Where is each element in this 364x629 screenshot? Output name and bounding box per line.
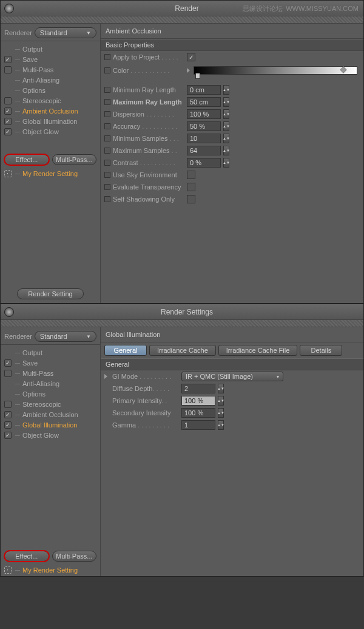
apply-label: Apply to Project . . . . . bbox=[113, 53, 184, 61]
checkbox[interactable]: ✓ bbox=[4, 411, 12, 418]
target-icon[interactable] bbox=[4, 170, 12, 177]
color-gradient[interactable] bbox=[194, 66, 357, 75]
prop-cb[interactable] bbox=[104, 184, 110, 190]
left-panel: Renderer Standard▼ Output ✓Save Multi-Pa… bbox=[1, 327, 101, 576]
color-label: Color . . . . . . . . . . . bbox=[113, 67, 184, 74]
tab-details[interactable]: Details bbox=[300, 345, 342, 356]
prop-cb[interactable] bbox=[104, 135, 110, 141]
spinner[interactable]: ▲▼ bbox=[223, 146, 229, 155]
gi-tabs: General Irradiance Cache Irradiance Cach… bbox=[101, 342, 363, 358]
renderer-dropdown[interactable]: Standard▼ bbox=[35, 331, 96, 342]
checkbox[interactable]: ✓ bbox=[4, 421, 12, 429]
apply-checkbox[interactable]: ✓ bbox=[187, 53, 195, 61]
spinner[interactable]: ▲▼ bbox=[223, 109, 229, 119]
section-header: Basic Properties bbox=[101, 39, 363, 51]
minray-field[interactable]: 0 cm bbox=[187, 85, 221, 95]
tree-glow[interactable]: Object Glow bbox=[13, 432, 59, 439]
accuracy-field[interactable]: 50 % bbox=[187, 121, 221, 131]
tab-irr-cache[interactable]: Irradiance Cache bbox=[149, 345, 216, 356]
prop-cb[interactable] bbox=[104, 67, 110, 73]
checkbox[interactable]: ✓ bbox=[4, 107, 12, 115]
trans-checkbox[interactable]: ✓ bbox=[187, 183, 195, 191]
prop-cb[interactable] bbox=[104, 99, 110, 105]
multipass-button[interactable]: Multi-Pass... bbox=[52, 551, 97, 562]
prop-cb[interactable] bbox=[104, 54, 110, 60]
tree-aa[interactable]: Anti-Aliasing bbox=[13, 76, 59, 84]
tree-multipass[interactable]: Multi-Pass bbox=[13, 370, 53, 377]
tab-general[interactable]: General bbox=[104, 345, 147, 356]
spinner[interactable]: ▲▼ bbox=[218, 408, 224, 418]
dispersion-field[interactable]: 100 % bbox=[187, 109, 221, 119]
effect-button[interactable]: Effect... bbox=[4, 551, 49, 562]
checkbox[interactable] bbox=[4, 66, 12, 73]
effect-button[interactable]: Effect... bbox=[4, 154, 49, 165]
panel-title: Global Illumination bbox=[101, 327, 363, 342]
minsamp-field[interactable]: 10 bbox=[187, 134, 221, 143]
prop-cb[interactable] bbox=[104, 172, 110, 178]
maxsamp-field[interactable]: 64 bbox=[187, 146, 221, 155]
renderer-dropdown[interactable]: Standard▼ bbox=[35, 27, 96, 38]
target-icon[interactable] bbox=[4, 566, 12, 574]
tree-ao[interactable]: Ambient Occlusion bbox=[13, 411, 78, 418]
contrast-field[interactable]: 0 % bbox=[187, 158, 221, 168]
tree-options[interactable]: Options bbox=[13, 87, 46, 94]
chevron-down-icon: ▼ bbox=[86, 334, 91, 339]
primary-field[interactable]: 100 % bbox=[181, 396, 215, 406]
self-checkbox[interactable]: ✓ bbox=[187, 195, 195, 203]
expand-icon[interactable] bbox=[104, 374, 107, 379]
checkbox[interactable]: ✓ bbox=[4, 359, 12, 367]
checkbox[interactable]: ✓ bbox=[4, 118, 12, 125]
chevron-down-icon: ▼ bbox=[86, 30, 91, 36]
checkbox[interactable]: ✓ bbox=[4, 432, 12, 439]
my-render-setting[interactable]: My Render Setting bbox=[14, 170, 78, 177]
tree-multipass[interactable]: Multi-Pass bbox=[13, 66, 53, 73]
tree-ao[interactable]: Ambient Occlusion bbox=[13, 107, 78, 115]
tree-output[interactable]: Output bbox=[13, 46, 42, 53]
tree-gi[interactable]: Global Illumination bbox=[13, 118, 78, 125]
tree-gi[interactable]: Global Illumination bbox=[13, 421, 78, 429]
maxray-field[interactable]: 50 cm bbox=[187, 97, 221, 107]
my-render-setting[interactable]: My Render Setting bbox=[14, 566, 78, 574]
spinner[interactable]: ▲▼ bbox=[218, 384, 224, 393]
prop-cb[interactable] bbox=[104, 196, 110, 202]
diffuse-field[interactable]: 2 bbox=[181, 384, 215, 393]
tree-options[interactable]: Options bbox=[13, 390, 46, 398]
titlebar[interactable]: Render Settings bbox=[1, 304, 363, 320]
secondary-field[interactable]: 100 % bbox=[181, 408, 215, 418]
tree-glow[interactable]: Object Glow bbox=[13, 128, 59, 135]
tree-aa[interactable]: Anti-Aliasing bbox=[13, 380, 59, 387]
multipass-button[interactable]: Multi-Pass... bbox=[52, 154, 97, 165]
prop-cb[interactable] bbox=[104, 160, 110, 166]
titlebar[interactable]: Render 思缘设计论坛 WWW.MISSYUAN.COM bbox=[1, 1, 363, 16]
prop-cb[interactable] bbox=[104, 87, 110, 93]
prop-cb[interactable] bbox=[104, 123, 110, 129]
spinner[interactable]: ▲▼ bbox=[223, 121, 229, 131]
expand-icon[interactable] bbox=[187, 68, 190, 73]
spinner[interactable]: ▲▼ bbox=[223, 97, 229, 107]
prop-cb[interactable] bbox=[104, 148, 110, 154]
checkbox[interactable]: ✓ bbox=[4, 56, 12, 63]
sky-checkbox[interactable]: ✓ bbox=[187, 171, 195, 179]
renderer-label: Renderer bbox=[4, 29, 32, 36]
tree-output[interactable]: Output bbox=[13, 349, 42, 356]
spinner[interactable]: ▲▼ bbox=[218, 396, 224, 406]
checkbox[interactable] bbox=[4, 401, 12, 408]
spinner[interactable]: ▲▼ bbox=[223, 158, 229, 168]
panel-title: Ambient Occlusion bbox=[101, 24, 363, 39]
minray-label: Minimum Ray Length bbox=[113, 86, 184, 93]
tree-save[interactable]: Save bbox=[13, 359, 38, 367]
tree-stereo[interactable]: Stereoscopic bbox=[13, 401, 61, 408]
render-setting-button[interactable]: Render Setting bbox=[17, 288, 84, 299]
gamma-field[interactable]: 1 bbox=[181, 420, 215, 430]
tree-stereo[interactable]: Stereoscopic bbox=[13, 97, 61, 104]
tree-save[interactable]: Save bbox=[13, 56, 38, 63]
checkbox[interactable]: ✓ bbox=[4, 128, 12, 135]
prop-cb[interactable] bbox=[104, 111, 110, 117]
gimode-dropdown[interactable]: IR + QMC (Still Image)▾ bbox=[181, 372, 283, 381]
checkbox[interactable] bbox=[4, 97, 12, 104]
spinner[interactable]: ▲▼ bbox=[223, 85, 229, 95]
spinner[interactable]: ▲▼ bbox=[223, 134, 229, 143]
spinner[interactable]: ▲▼ bbox=[218, 420, 224, 430]
checkbox[interactable] bbox=[4, 370, 12, 377]
tab-irr-file[interactable]: Irradiance Cache File bbox=[218, 345, 298, 356]
